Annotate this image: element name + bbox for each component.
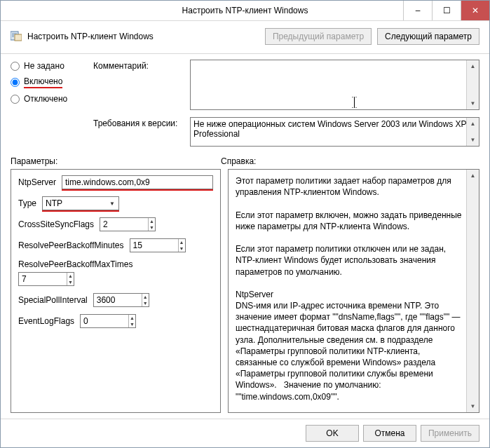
radio-disabled[interactable]: Отключено <box>11 94 88 104</box>
param-type-select[interactable]: ▼ <box>42 196 119 210</box>
scroll-down-icon[interactable]: ▼ <box>467 97 479 109</box>
state-radios: Не задано Включено Отключено <box>11 60 88 104</box>
policy-title: Настроить NTP-клиент Windows <box>27 32 154 41</box>
param-eventlog-row: EventLogFlags ▲▼ <box>18 314 213 328</box>
spin-up-icon[interactable]: ▲ <box>179 239 185 245</box>
radio-not-configured-input[interactable] <box>11 62 20 71</box>
radio-enabled-input[interactable] <box>11 78 20 87</box>
radio-enabled-label: Включено <box>24 76 62 88</box>
param-specialpoll-row: SpecialPollInterval ▲▼ <box>18 293 213 307</box>
requirements-scrollbar[interactable]: ▲ ▼ <box>466 118 479 146</box>
spin-down-icon[interactable]: ▼ <box>179 245 185 252</box>
next-setting-button[interactable]: Следующий параметр <box>377 28 479 45</box>
spin-up-icon[interactable]: ▲ <box>67 273 74 279</box>
param-resolvemin-spin[interactable]: ▲▼ <box>130 238 186 252</box>
radio-disabled-label: Отключено <box>24 94 67 104</box>
param-resolvemax-input[interactable] <box>19 273 67 285</box>
comment-scrollbar[interactable]: ▲ ▼ <box>466 60 479 109</box>
spin-down-icon[interactable]: ▼ <box>67 279 74 285</box>
minimize-button[interactable] <box>403 1 432 20</box>
help-scrollbar[interactable]: ▲ ▼ <box>466 170 479 412</box>
param-crosssite-label: CrossSiteSyncFlags <box>18 219 94 229</box>
requirements-text: Не ниже операционных систем Windows Serv… <box>191 118 472 140</box>
apply-button[interactable]: Применить <box>421 425 479 442</box>
param-resolvemin-row: ResolvePeerBackoffMinutes ▲▼ <box>18 238 213 252</box>
param-crosssite-spin[interactable]: ▲▼ <box>100 217 156 231</box>
param-specialpoll-spin[interactable]: ▲▼ <box>93 293 149 307</box>
params-section-label: Параметры: <box>11 156 221 166</box>
param-crosssite-row: CrossSiteSyncFlags ▲▼ <box>18 217 213 231</box>
spin-up-icon[interactable]: ▲ <box>129 315 135 321</box>
requirements-box: Не ниже операционных систем Windows Serv… <box>190 117 479 147</box>
comment-textarea[interactable] <box>191 60 466 109</box>
svg-rect-1 <box>15 34 22 41</box>
param-eventlog-input[interactable] <box>81 315 128 327</box>
param-type-row: Type ▼ <box>18 196 213 210</box>
help-section-label: Справка: <box>221 156 479 166</box>
radio-not-configured[interactable]: Не задано <box>11 61 88 71</box>
close-button[interactable] <box>461 1 489 20</box>
radio-not-configured-label: Не задано <box>24 61 64 71</box>
dialog-header: Настроить NTP-клиент Windows Предыдущий … <box>1 21 489 49</box>
dialog-window: Настроить NTP-клиент Windows Настроить N… <box>0 0 490 448</box>
comment-box: ▲ ▼ <box>190 60 479 110</box>
scroll-up-icon[interactable]: ▲ <box>467 60 479 72</box>
scroll-up-icon[interactable]: ▲ <box>467 170 479 182</box>
param-resolvemax-spin[interactable]: ▲▼ <box>18 272 74 286</box>
radio-enabled[interactable]: Включено <box>11 76 88 88</box>
policy-icon <box>11 30 22 43</box>
spin-down-icon[interactable]: ▼ <box>149 224 155 231</box>
maximize-button[interactable] <box>432 1 461 20</box>
divider <box>1 53 489 54</box>
cancel-button[interactable]: Отмена <box>363 425 416 442</box>
param-ntpserver-label: NtpServer <box>18 177 56 187</box>
spin-up-icon[interactable]: ▲ <box>149 218 155 224</box>
param-resolvemin-input[interactable] <box>130 239 178 252</box>
comment-label: Комментарий: <box>93 60 184 71</box>
help-panel: Этот параметр политики задает набор пара… <box>228 169 479 413</box>
params-panel: NtpServer Type ▼ CrossSiteSyncFlags ▲▼ R… <box>11 169 221 413</box>
chevron-down-icon[interactable]: ▼ <box>107 198 118 209</box>
param-resolvemax-row: ResolvePeerBackoffMaxTimes ▲▼ <box>18 259 213 286</box>
param-ntpserver-row: NtpServer <box>18 175 213 189</box>
param-eventlog-label: EventLogFlags <box>18 316 74 326</box>
scroll-down-icon[interactable]: ▼ <box>467 400 479 412</box>
param-specialpoll-label: SpecialPollInterval <box>18 295 88 305</box>
param-specialpoll-input[interactable] <box>94 294 142 306</box>
dialog-footer: OK Отмена Применить <box>1 419 489 447</box>
radio-disabled-input[interactable] <box>11 95 20 104</box>
main-split: NtpServer Type ▼ CrossSiteSyncFlags ▲▼ R… <box>1 169 489 419</box>
param-eventlog-spin[interactable]: ▲▼ <box>80 314 136 328</box>
param-crosssite-input[interactable] <box>100 218 148 231</box>
titlebar: Настроить NTP-клиент Windows <box>1 1 489 21</box>
param-resolvemin-label: ResolvePeerBackoffMinutes <box>18 240 124 250</box>
requirements-label: Требования к версии: <box>93 117 184 128</box>
previous-setting-button[interactable]: Предыдущий параметр <box>265 28 372 45</box>
spin-down-icon[interactable]: ▼ <box>142 300 149 306</box>
spin-down-icon[interactable]: ▼ <box>129 321 135 327</box>
scroll-down-icon[interactable]: ▼ <box>467 134 479 146</box>
scroll-up-icon[interactable]: ▲ <box>467 118 479 130</box>
help-text: Этот параметр политики задает набор пара… <box>236 175 472 402</box>
upper-section: Не задано Включено Отключено Комментарий… <box>1 60 489 147</box>
param-resolvemax-label: ResolvePeerBackoffMaxTimes <box>18 259 213 269</box>
section-labels: Параметры: Справка: <box>1 147 489 169</box>
param-ntpserver-input[interactable] <box>62 175 213 189</box>
ok-button[interactable]: OK <box>306 425 359 442</box>
spin-up-icon[interactable]: ▲ <box>142 294 149 300</box>
param-type-label: Type <box>18 198 36 208</box>
